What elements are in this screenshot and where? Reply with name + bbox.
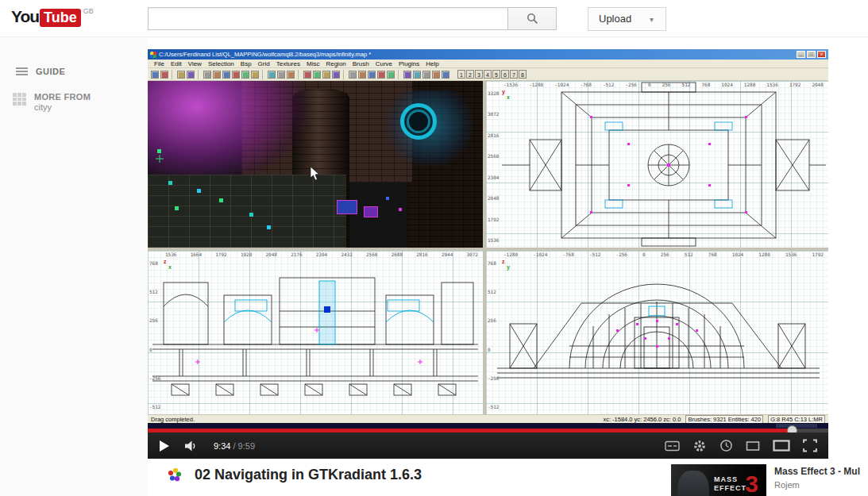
ruler-label: 2560: [488, 153, 500, 159]
video-player[interactable]: C:/Users/Ferdinand List/QL_MAPPING/wolfc…: [148, 49, 828, 459]
ruler-label: 512: [149, 289, 162, 294]
editor-toolbar: 12345678: [148, 68, 828, 81]
toolbar-separator: [198, 70, 200, 79]
ruler-label: 1664: [191, 252, 202, 257]
related-video-item[interactable]: MASS EFFECT 3 Mass Effect 3 - Mul Rojem: [671, 464, 868, 496]
ruler-label: 2944: [442, 252, 453, 257]
thumbnail-soldier-silhouette: [677, 471, 709, 496]
editor-menu-item: Grid: [255, 60, 273, 67]
thumb-line2: EFFECT: [714, 484, 746, 492]
editor-menu-item: File: [151, 60, 168, 67]
sidebar-item-guide[interactable]: GUIDE: [16, 66, 65, 77]
z-flip-icon: [241, 71, 249, 79]
grid-size-buttons: 12345678: [457, 70, 527, 79]
maximize-icon: □: [807, 51, 816, 58]
editor-window-title: C:/Users/Ferdinand List/QL_MAPPING/wolfc…: [159, 51, 797, 58]
guide-label: GUIDE: [36, 66, 65, 76]
ruler-label: -256: [149, 375, 162, 381]
youtube-logo[interactable]: YouTubeGB: [11, 7, 94, 26]
ruler-label: 1792: [215, 252, 226, 257]
theater-mode-button[interactable]: [773, 440, 790, 452]
grid-size-button: 6: [501, 70, 509, 79]
sidebar-item-more-from[interactable]: MORE FROM cityy: [13, 92, 91, 113]
ruler-label: 768: [488, 260, 500, 266]
toolbar-separator: [398, 70, 400, 79]
related-channel-name[interactable]: Rojem: [774, 480, 860, 490]
ruler-label: -1280: [529, 82, 543, 87]
texture-view-icon: [358, 71, 366, 79]
ruler-label: -768: [562, 252, 573, 257]
ruler-label: -1536: [503, 82, 518, 87]
logo-tube-text: Tube: [40, 9, 81, 27]
more-from-label: MORE FROM: [34, 92, 91, 102]
csg-merge-icon: [313, 71, 321, 79]
change-views-icon: [349, 71, 357, 79]
select-inside-icon: [287, 71, 295, 79]
ruler-label: 512: [685, 252, 693, 257]
ruler-yz-left: 7685122560-256-512: [488, 260, 500, 409]
small-player-button[interactable]: [746, 440, 760, 452]
x-flip-icon: [203, 71, 211, 79]
ruler-label: 0: [648, 82, 651, 87]
toolbar-separator: [298, 70, 300, 79]
ruler-label: 1792: [812, 252, 824, 257]
search-input[interactable]: [148, 7, 508, 30]
ruler-label: 512: [682, 82, 691, 87]
upload-button[interactable]: Upload: [588, 7, 642, 31]
ruler-label: 2432: [341, 252, 352, 257]
fullscreen-button[interactable]: [803, 439, 817, 452]
select-touching-icon: [277, 71, 285, 79]
viewport-3d-camera: [148, 81, 483, 248]
ruler-label: 1920: [241, 252, 252, 257]
volume-button[interactable]: [184, 440, 199, 452]
axis-vertical-label: y: [502, 89, 510, 94]
time-display: 9:34 / 9:59: [214, 441, 255, 451]
search-icon: [527, 13, 538, 25]
ruler-label: 2816: [416, 252, 427, 257]
ruler-label: 2688: [392, 252, 403, 257]
ruler-label: 0: [642, 252, 646, 257]
free-scale-icon: [442, 71, 449, 79]
ruler-label: 768: [149, 260, 162, 266]
grid-size-button: 3: [475, 70, 483, 79]
upload-caret-button[interactable]: ▾: [638, 7, 666, 31]
ruler-label: 1792: [789, 82, 800, 87]
thumb-line1: MASS: [714, 475, 738, 483]
toolbar-separator: [343, 70, 345, 79]
axis-horizontal-label: y: [507, 264, 510, 270]
related-thumbnail[interactable]: MASS EFFECT 3: [671, 464, 766, 496]
hollow-icon: [322, 71, 330, 79]
ruler-label: -256: [488, 375, 500, 381]
watch-later-clock-icon[interactable]: [719, 439, 733, 452]
drill-icon: [422, 71, 430, 79]
play-button[interactable]: [159, 440, 170, 452]
ruler-label: 2176: [291, 252, 302, 257]
related-video-title[interactable]: Mass Effect 3 - Mul: [774, 466, 860, 477]
guide-hamburger-icon: [16, 66, 28, 77]
ruler-label: 1536: [488, 237, 500, 243]
editor-titlebar: C:/Users/Ferdinand List/QL_MAPPING/wolfc…: [148, 49, 828, 60]
grid-size-button: 1: [457, 70, 465, 79]
ruler-label: 2048: [266, 252, 277, 257]
ruler-label: 512: [488, 289, 500, 294]
ruler-label: 1024: [721, 82, 732, 87]
ruler-label: 1280: [744, 82, 755, 87]
editor-window-buttons: _ □ x: [797, 51, 826, 58]
ruler-label: 0: [488, 347, 500, 352]
ruler-label: -512: [589, 252, 600, 257]
search-button[interactable]: [507, 7, 557, 30]
logo-region-label: GB: [83, 7, 94, 15]
axis-vertical-label: z: [502, 259, 510, 264]
captions-button[interactable]: [665, 440, 680, 452]
left-sidebar: GUIDE MORE FROM cityy: [0, 38, 147, 496]
editor-menu-item: Help: [422, 60, 442, 67]
editor-menu-item: View: [185, 60, 205, 67]
y-flip-icon: [222, 71, 230, 79]
ruler-label: 768: [708, 252, 717, 257]
ruler-label: 256: [662, 82, 671, 87]
close-icon: x: [817, 51, 826, 58]
ruler-xz-left: 7685122560-256-512: [149, 260, 162, 409]
time-total: 9:59: [238, 441, 255, 451]
settings-gear-icon[interactable]: [692, 439, 707, 453]
ruler-label: 1536: [165, 252, 176, 257]
